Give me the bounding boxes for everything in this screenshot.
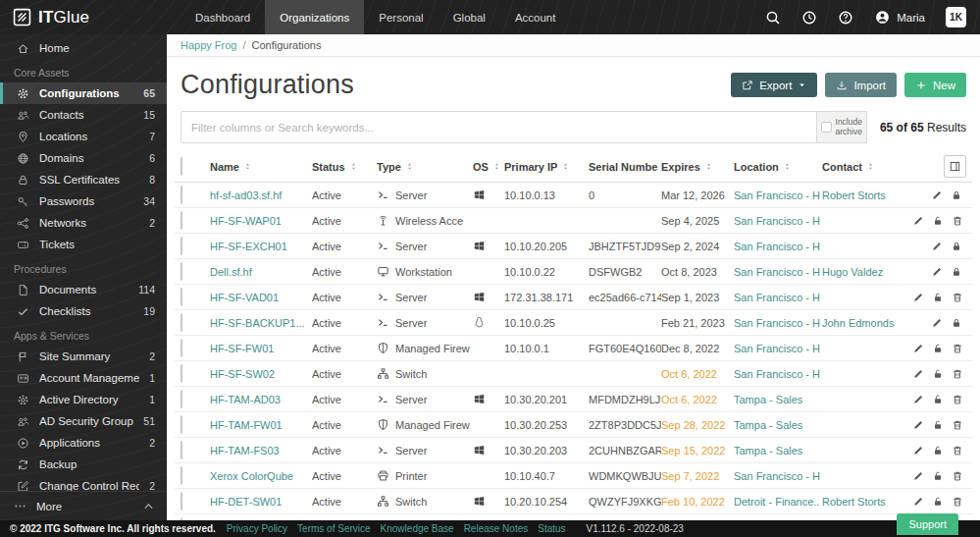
sort-icon[interactable] — [561, 161, 570, 172]
sort-icon[interactable] — [243, 161, 252, 172]
sidebar-item-more[interactable]: More — [0, 491, 167, 520]
edit-icon[interactable] — [912, 368, 924, 380]
nav-item-organizations[interactable]: Organizations — [265, 0, 364, 34]
config-name-link[interactable]: Xerox ColorQube — [210, 470, 312, 482]
config-name-link[interactable]: Dell.sf.hf — [210, 266, 312, 278]
support-button[interactable]: Support — [897, 513, 958, 535]
config-location-link[interactable]: San Francisco - H — [734, 292, 822, 303]
sidebar-item-change-control-request[interactable]: Change Control Request 2 — [0, 475, 167, 491]
row-checkbox[interactable] — [181, 466, 182, 485]
footer-link-terms-of-service[interactable]: Terms of Service — [297, 523, 370, 534]
include-archive-toggle[interactable]: Includearchive — [816, 111, 867, 143]
sidebar-item-checklists[interactable]: Checklists 19 — [0, 300, 167, 322]
delete-icon[interactable] — [952, 419, 963, 431]
locked-icon[interactable] — [951, 189, 962, 201]
sidebar-item-active-directory[interactable]: Active Directory 1 — [0, 389, 167, 410]
delete-icon[interactable] — [952, 496, 963, 508]
column-header-name[interactable]: Name — [210, 161, 312, 173]
unlocked-icon[interactable] — [932, 419, 944, 431]
config-location-link[interactable]: San Francisco - H — [734, 189, 822, 201]
select-all-checkbox[interactable] — [181, 157, 182, 176]
sidebar-item-domains[interactable]: Domains 6 — [0, 147, 167, 169]
filter-search-input[interactable] — [181, 111, 817, 143]
kaseya-one-badge[interactable]: 1K — [946, 7, 966, 27]
unlocked-icon[interactable] — [932, 343, 944, 354]
config-location-link[interactable]: San Francisco - H — [734, 317, 822, 329]
breadcrumb-org-link[interactable]: Happy Frog — [181, 39, 236, 51]
config-location-link[interactable]: San Francisco - H — [734, 470, 822, 482]
search-icon[interactable] — [765, 10, 781, 26]
help-icon[interactable] — [838, 10, 853, 26]
sidebar-item-site-summary[interactable]: Site Summary 2 — [0, 346, 167, 367]
footer-link-knowledge-base[interactable]: Knowledge Base — [381, 523, 454, 534]
nav-item-account[interactable]: Account — [500, 0, 571, 34]
column-header-status[interactable]: Status — [312, 161, 377, 173]
column-picker-button[interactable] — [944, 155, 966, 178]
sidebar-item-documents[interactable]: Documents 114 — [0, 279, 167, 300]
new-button[interactable]: New — [904, 73, 966, 97]
unlocked-icon[interactable] — [932, 496, 944, 508]
footer-link-release-notes[interactable]: Release Notes — [464, 523, 529, 534]
row-checkbox[interactable] — [181, 415, 182, 434]
unlocked-icon[interactable] — [932, 215, 944, 227]
config-name-link[interactable]: HF-SF-FW01 — [210, 343, 312, 354]
config-name-link[interactable]: HF-TAM-FW01 — [210, 419, 312, 431]
sidebar-item-applications[interactable]: Applications 2 — [0, 432, 167, 454]
config-name-link[interactable]: HF-SF-WAP01 — [210, 215, 312, 227]
column-header-contact[interactable]: Contact — [822, 161, 912, 173]
locked-icon[interactable] — [951, 266, 962, 278]
delete-icon[interactable] — [952, 470, 963, 482]
sidebar-item-account-management[interactable]: Account Management 1 — [0, 367, 167, 389]
column-header-primary-ip[interactable]: Primary IP — [504, 161, 589, 173]
edit-icon[interactable] — [912, 496, 924, 508]
sidebar-item-networks[interactable]: Networks 2 — [0, 212, 167, 234]
sidebar-item-passwords[interactable]: Passwords 34 — [0, 190, 167, 212]
config-contact-link[interactable]: Robert Storts — [822, 189, 912, 201]
row-checkbox[interactable] — [181, 211, 182, 230]
footer-link-status[interactable]: Status — [538, 523, 565, 534]
sidebar-item-tickets[interactable]: Tickets — [0, 234, 167, 255]
config-location-link[interactable]: San Francisco - H — [734, 368, 822, 380]
edit-icon[interactable] — [912, 394, 924, 405]
locked-icon[interactable] — [951, 317, 962, 329]
sidebar-item-backup[interactable]: Backup — [0, 454, 167, 475]
config-contact-link[interactable]: John Edmonds — [822, 317, 912, 329]
config-name-link[interactable]: HF-SF-BACKUP1... — [210, 317, 312, 329]
unlocked-icon[interactable] — [932, 394, 944, 405]
config-location-link[interactable]: San Francisco - H — [734, 215, 822, 227]
edit-icon[interactable] — [912, 470, 924, 482]
delete-icon[interactable] — [952, 394, 963, 405]
row-checkbox[interactable] — [181, 364, 182, 383]
column-header-os[interactable]: OS — [473, 161, 504, 173]
sort-icon[interactable] — [349, 161, 358, 172]
config-name-link[interactable]: HF-TAM-AD03 — [210, 394, 312, 405]
config-name-link[interactable]: HF-TAM-FS03 — [210, 445, 312, 456]
config-name-link[interactable]: HF-SF-SW02 — [210, 368, 312, 380]
config-location-link[interactable]: Tampa - Sales — [734, 394, 822, 405]
include-archive-checkbox[interactable] — [821, 122, 832, 133]
delete-icon[interactable] — [952, 215, 963, 227]
row-checkbox[interactable] — [181, 186, 182, 204]
nav-item-personal[interactable]: Personal — [364, 0, 438, 34]
edit-icon[interactable] — [912, 292, 924, 303]
config-location-link[interactable]: San Francisco - H — [734, 241, 822, 252]
sort-icon[interactable] — [492, 161, 501, 172]
edit-icon[interactable] — [931, 317, 943, 329]
row-checkbox[interactable] — [181, 313, 182, 332]
edit-icon[interactable] — [912, 445, 924, 456]
config-name-link[interactable]: HF-DET-SW01 — [210, 496, 312, 508]
delete-icon[interactable] — [952, 292, 963, 303]
column-header-expires[interactable]: Expires — [661, 161, 734, 173]
edit-icon[interactable] — [912, 343, 924, 354]
delete-icon[interactable] — [952, 445, 963, 456]
sidebar-item-configurations[interactable]: Configurations 65 — [0, 82, 167, 104]
export-button[interactable]: Export — [731, 73, 817, 97]
config-contact-link[interactable]: Robert Storts — [822, 496, 912, 508]
edit-icon[interactable] — [912, 215, 924, 227]
footer-link-privacy-policy[interactable]: Privacy Policy — [227, 523, 287, 534]
sidebar-item-ssl-certificates[interactable]: SSL Certificates 8 — [0, 169, 167, 190]
column-header-location[interactable]: Location — [734, 161, 822, 173]
nav-item-global[interactable]: Global — [438, 0, 500, 34]
row-checkbox[interactable] — [181, 492, 182, 510]
row-checkbox[interactable] — [181, 390, 182, 408]
